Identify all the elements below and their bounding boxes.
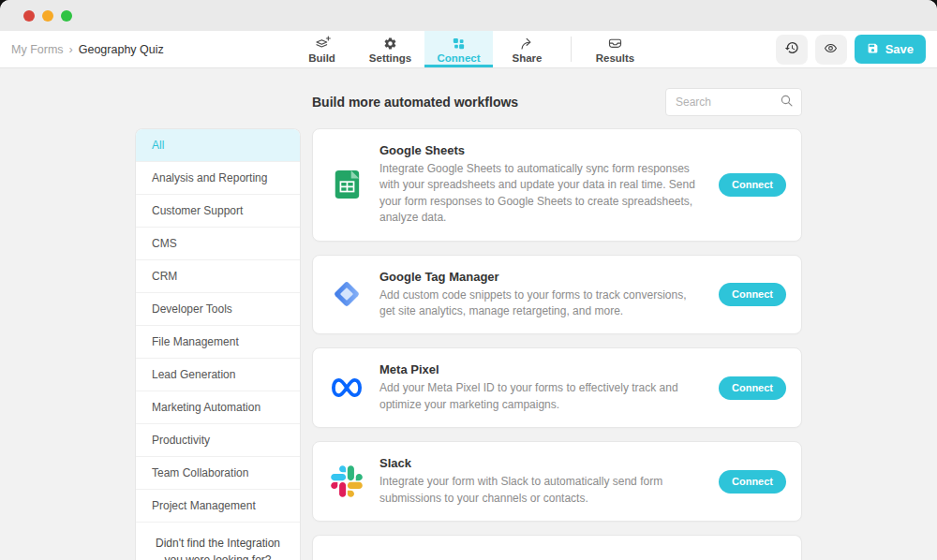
sidebar-item-lead-generation[interactable]: Lead Generation [136,359,300,391]
integration-list: Google Sheets Integrate Google Sheets to… [312,128,802,560]
sidebar-item-analysis-and-reporting[interactable]: Analysis and Reporting [136,162,300,195]
sidebar-item-productivity[interactable]: Productivity [136,424,300,457]
connect-icon [452,36,466,51]
save-disk-icon [867,42,879,57]
top-navigation-bar: My Forms › Geography Quiz Build Se [0,31,937,68]
breadcrumb-separator: › [69,43,73,56]
sidebar-item-file-management[interactable]: File Management [136,326,300,359]
close-window-button[interactable] [23,10,35,22]
history-icon [784,40,799,58]
page-title: Build more automated workflows [312,95,518,110]
meta-pixel-icon [328,376,365,399]
google-tag-manager-icon [328,277,365,311]
slack-icon [328,465,365,497]
results-inbox-icon [607,36,623,51]
share-icon [519,36,535,51]
sidebar-item-developer-tools[interactable]: Developer Tools [136,293,300,326]
search-input[interactable] [676,96,780,109]
window-titlebar [0,0,937,31]
integration-title: Meta Pixel [379,362,705,376]
connect-google-sheets-button[interactable]: Connect [719,173,786,197]
tab-divider [571,37,572,62]
integration-title: Slack [379,456,705,470]
sidebar-item-crm[interactable]: CRM [136,260,300,293]
integration-card-partial [312,535,802,560]
save-button-label: Save [885,42,914,56]
content-header: Build more automated workflows [135,88,802,116]
nav-tabs: Build Settings [288,31,649,67]
tab-share-label: Share [513,52,543,64]
tab-build[interactable]: Build [288,31,356,67]
gear-icon [383,36,397,51]
connect-meta-pixel-button[interactable]: Connect [719,376,786,400]
connect-slack-button[interactable]: Connect [719,470,786,494]
integration-description: Add your Meta Pixel ID to your forms to … [379,380,705,413]
search-icon [780,94,794,111]
category-sidebar: All Analysis and Reporting Customer Supp… [135,128,301,560]
tab-results[interactable]: Results [581,31,649,67]
integration-description: Integrate your form with Slack to automa… [379,474,705,507]
sidebar-footer: Didn't find the Integration you were loo… [136,523,300,560]
revision-history-button[interactable] [776,35,808,65]
tab-build-label: Build [308,52,335,64]
maximize-window-button[interactable] [61,10,72,22]
save-button[interactable]: Save [855,35,926,64]
tab-settings[interactable]: Settings [356,31,424,67]
connect-page-content: Build more automated workflows All Analy… [135,88,802,560]
sidebar-item-all[interactable]: All [136,129,300,162]
sidebar-item-project-management[interactable]: Project Management [136,490,300,523]
tab-share[interactable]: Share [493,31,561,67]
breadcrumb-form-name: Geography Quiz [79,43,164,56]
sidebar-item-cms[interactable]: CMS [136,228,300,260]
app-window: My Forms › Geography Quiz Build Se [0,0,937,560]
sidebar-footer-text: Didn't find the Integration you were loo… [153,535,283,560]
preview-button[interactable] [815,35,847,65]
integration-search-box[interactable] [665,88,802,116]
tab-settings-label: Settings [369,52,411,64]
minimize-window-button[interactable] [42,10,53,22]
integration-description: Add custom code snippets to your forms t… [379,287,705,320]
sidebar-item-customer-support[interactable]: Customer Support [136,195,300,228]
tab-connect[interactable]: Connect [424,31,493,67]
integration-title: Google Sheets [379,143,705,157]
integration-description: Integrate Google Sheets to automatically… [379,161,705,227]
top-actions: Save [776,31,926,67]
integration-card-google-tag-manager: Google Tag Manager Add custom code snipp… [312,255,802,335]
traffic-lights [23,10,72,22]
sidebar-item-marketing-automation[interactable]: Marketing Automation [136,391,300,424]
eye-icon [823,41,839,58]
integration-title: Google Tag Manager [379,270,705,284]
tab-connect-label: Connect [438,52,481,64]
breadcrumb-my-forms[interactable]: My Forms [11,43,64,56]
connect-google-tag-manager-button[interactable]: Connect [719,283,786,306]
integration-card-google-sheets: Google Sheets Integrate Google Sheets to… [312,128,802,242]
tab-results-label: Results [596,52,635,64]
integration-card-slack: Slack Integrate your form with Slack to … [312,441,802,522]
build-icon [314,36,331,51]
integration-card-meta-pixel: Meta Pixel Add your Meta Pixel ID to you… [312,347,802,428]
breadcrumb: My Forms › Geography Quiz [11,31,164,67]
sidebar-item-team-collaboration[interactable]: Team Collaboration [136,457,300,490]
google-sheets-icon [328,169,365,200]
